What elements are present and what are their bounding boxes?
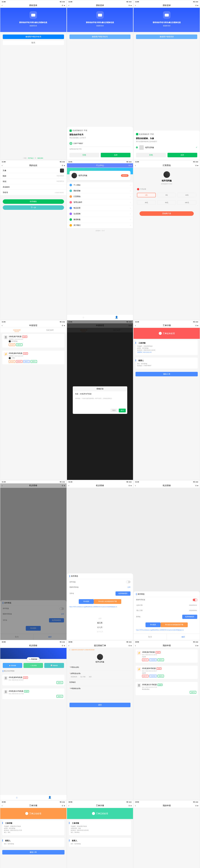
bind-phone-button[interactable]: 微信用户绑定手机号 <box>3 34 64 39</box>
reward-button[interactable]: 赏他喝个茶 <box>139 211 194 216</box>
avatar <box>139 145 144 150</box>
detail-notstarted: 11:194G●●● ‹工单详情⊙ ● 工单还未处理 工单详情申报编号：106机… <box>133 320 200 480</box>
save-button[interactable]: 保存修改 <box>3 199 64 204</box>
allow-button[interactable]: 允许 <box>101 153 131 157</box>
menu-item[interactable]: 打赏赞助 <box>67 194 133 199</box>
message-icon <box>30 11 37 19</box>
avatar <box>97 654 103 660</box>
menu-item[interactable]: 生成报表 <box>67 211 133 217</box>
auth-banner: 获得你的手机号和头像以及昵称信息请授权登录 <box>0 8 67 32</box>
filter-sheet-dimmed: 条件筛选 条件筛选 报修时间筛选全部 文件名机房维修报表 导出报表 取消确定 <box>0 600 67 640</box>
auth-screen-profile: 11:004G●●● ‹授权登录⊙ ● 获得你的手机号和头像以及昵称信息请授权登… <box>133 0 200 160</box>
capsule[interactable]: ⊙ ● <box>62 4 65 6</box>
terms-link[interactable]: 《用户条款》 <box>27 157 34 159</box>
amount-option[interactable]: 1元 <box>137 193 156 197</box>
tab-profile[interactable]: 👤 <box>100 315 133 320</box>
phone-option[interactable]: 176****9037 <box>69 141 131 147</box>
filter-export2: 11:194G●●● ‹机房报修⊙ ● 条件筛选 报修时间筛选 起始日期2022… <box>133 480 200 640</box>
hero: ✎ 我要报修 <box>0 648 67 659</box>
status-banner: 工单正在处理 <box>0 808 67 819</box>
create-repair-button[interactable]: ✎ 我要报修 <box>27 657 40 661</box>
tabbar: ⌂👤 <box>67 314 133 320</box>
export-button[interactable]: 导出报表 <box>26 626 41 631</box>
date-picker[interactable]: 全部近三天近七天近十五天 <box>67 611 133 640</box>
feedback-dialog-box: 维修反馈 机器：201机房56号机器 请单描述一下机器已修完或修理的（用户可留意… <box>73 386 127 414</box>
tab-done[interactable]: 当前已处理 <box>33 328 66 332</box>
download-link[interactable]: https://7375-sushebaoxu-1gq89bdd051bo-13… <box>69 605 131 609</box>
my-repair[interactable]: 📋 我的报修 <box>3 663 22 668</box>
my-tickets: 10:594G●●● ‹我的申报⊙ ● ⚡106机房2号机器未处理时间: 202… <box>133 640 200 800</box>
status-bar: 11:004G●●● <box>0 0 67 3</box>
menu-item[interactable]: 关于我们 <box>67 223 133 228</box>
server-icon: 🗄 <box>4 335 8 339</box>
submit-button[interactable]: 提交 <box>69 703 131 707</box>
phone-popup: 机房报修助手 申请 获取你的手机号绑定设备报修人员手机号 176****9037… <box>67 127 133 160</box>
amount-option[interactable]: 10元 <box>177 193 196 197</box>
detail-ing: 10:594G●●● ‹工单详情⊙ ● 工单正在处理 工单详情申报编号：203机… <box>0 800 67 868</box>
auth-screen-phone: 11:004G●●● ‹授权登录⊙ ● 获得你的手机号和头像以及昵称信息请授权登… <box>67 0 133 160</box>
room-select[interactable]: 请选择机房 <box>69 676 78 678</box>
cancel-button[interactable]: 取消 <box>110 409 118 412</box>
amount-option[interactable]: 20元 <box>137 200 156 205</box>
profile-popup: 机房报修助手 申请 获取你的昵称、头像用于在报修维修单交流对象展示 程序员阿鑫✓… <box>133 130 200 160</box>
amount-option[interactable]: 5元 <box>157 193 176 197</box>
agreement: ✓ 同意 《用户条款》 和 《隐私策略》 <box>22 156 45 160</box>
profile-card[interactable]: 程序员阿鑫超级管理 <box>69 171 131 180</box>
next-button[interactable]: 下一步 <box>3 205 64 210</box>
feedback-dialog: 11:014G●●● ‹申报管理⊙ ● 当前未处理当前已处理 维修反馈 机器：2… <box>67 320 133 480</box>
profile-center: 11:014G●●● 个人中心⊙ ● 程序员阿鑫超级管理 个人信息我的报修打赏赞… <box>67 160 133 320</box>
filter-toggle-on[interactable] <box>193 599 197 601</box>
reward-screen: 11:004G●●● ‹打赏赞助⊙ ● 程序员阿鑫机房报修助手开发者 打赏金额 … <box>133 160 200 320</box>
detail-done: 10:594G●●● ‹工单详情⊙ ● 工单已经处理 工单详情申报编号：201机… <box>67 800 133 868</box>
menu-item[interactable]: 个人信息 <box>67 182 133 188</box>
menu-item[interactable]: 我的报修 <box>67 188 133 194</box>
manage-list: 11:014G●●● ‹申报管理⊙ ● 当前未处理当前已处理 🗄106机房2号机… <box>0 320 67 480</box>
avatar <box>164 171 170 178</box>
status-banner: 工单还未处理 <box>133 328 200 339</box>
privacy-link[interactable]: 《隐私策略》 <box>36 157 44 159</box>
amount-option[interactable]: 50元 <box>157 200 176 205</box>
modify-button[interactable]: 修改工单 <box>135 372 198 376</box>
tab-pending[interactable]: 当前未处理 <box>0 328 33 332</box>
submit-form: 10:594G●●● ‹提交报修工单⊙ ● 注：报修前请先登录好账户,方便更好联… <box>67 640 133 800</box>
overlay: 维修反馈 机器：201机房56号机器 请单描述一下机器已修完或修理的（用户可留意… <box>67 320 133 480</box>
reject-button[interactable]: 拒绝 <box>69 153 99 157</box>
feedback-textarea[interactable]: 请单描述一下机器已修完或修理的（用户可留意，仅保持处理状态） <box>73 395 127 407</box>
admin[interactable]: ✓ 后台管理 <box>24 663 43 668</box>
menu-item[interactable]: 电话设置 <box>67 205 133 211</box>
report[interactable]: 📊 维修报表 <box>44 663 64 668</box>
ticket-card: 🗄106机房2号机器未处理报修网站: www.ixywy.com程序员阿鑫确认处… <box>2 334 65 348</box>
tab-home[interactable]: ⌂ <box>67 315 100 320</box>
back-icon[interactable]: ‹ <box>2 4 2 7</box>
menu-item[interactable]: 管理员操作 <box>67 199 133 205</box>
avatar-thumb <box>60 168 64 173</box>
home-screen: 10:594G●●● 机房报修⊙ ● ✎ 我要报修 📋 我的报修✓ 后台管理📊 … <box>0 640 67 800</box>
other-phone[interactable]: 使用其他手机号码 <box>69 147 131 153</box>
filter-disabled: 11:194G●●● ‹机房报修⊙ ● 条件筛选 条件筛选 报修时间筛选全部 文… <box>0 480 67 640</box>
cancel-button[interactable]: 取消 <box>3 40 64 45</box>
avatar-row[interactable]: 头像 <box>0 168 67 173</box>
auth-screen-1: 11:004G●●● ‹授权登录⊙ ● 获得你的手机号和头像以及昵称信息请授权登… <box>0 0 67 160</box>
filter-export1: 11:194G●●● ‹机房报修⊙ ● 条件筛选 条件筛选 报修时间筛选全部 文… <box>67 480 133 640</box>
filter-toggle[interactable] <box>60 608 64 610</box>
amount-option[interactable]: 100元 <box>177 200 196 205</box>
menu-item[interactable]: 微信客服 <box>67 217 133 223</box>
empty-state: 10:594G●●● ‹我的申报⊙ ● 抱歉，您还未有任何报修信息确定 <box>133 800 200 868</box>
status-banner: 工单已经处理 <box>67 808 133 819</box>
nick-row[interactable]: 昵称未设置昵称 <box>0 173 67 179</box>
lightning-icon: ⚡ <box>4 352 8 356</box>
avatar <box>71 173 77 178</box>
header: ‹授权登录⊙ ● <box>0 3 67 8</box>
role-badge: 超级管理 <box>121 174 129 177</box>
confirm-button[interactable]: 提交 <box>119 409 126 412</box>
profile-edit: 11:004G●●● ‹我的信息⊙ ● 头像 昵称未设置昵称 性别未设置性别 真… <box>0 160 67 320</box>
